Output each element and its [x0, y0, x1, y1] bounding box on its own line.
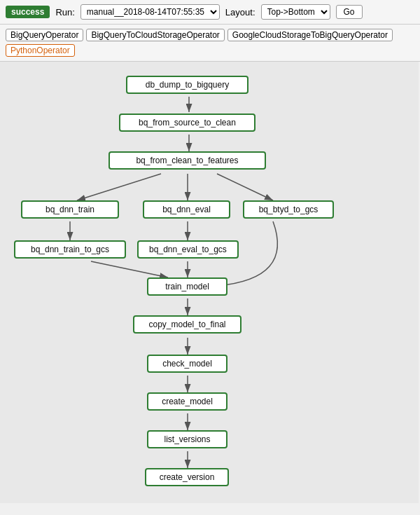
layout-select[interactable]: Top->Bottom: [261, 4, 330, 20]
node-create-model[interactable]: create_model: [147, 392, 227, 411]
filter-tag-googlecloudstoragetobigqueryoperator[interactable]: GoogleCloudStorageToBigQueryOperator: [227, 29, 393, 41]
node-bq-from-clean-to-features[interactable]: bq_from_clean_to_features: [108, 151, 266, 170]
status-badge: success: [6, 6, 50, 18]
filter-tag-bigqueryoperator[interactable]: BigQueryOperator: [6, 29, 83, 41]
dag-canvas: db_dump_to_bigquery bq_from_source_to_cl…: [0, 62, 419, 503]
filter-bar: BigQueryOperatorBigQueryToCloudStorageOp…: [0, 25, 420, 62]
layout-label: Layout:: [225, 7, 255, 18]
svg-line-5: [217, 174, 273, 200]
node-db-dump-to-bigquery[interactable]: db_dump_to_bigquery: [126, 76, 248, 94]
top-bar: success Run: manual__2018-08-14T07:55:35…: [0, 0, 420, 25]
node-list-versions[interactable]: list_versions: [147, 430, 227, 448]
node-copy-model-to-final[interactable]: copy_model_to_final: [133, 315, 241, 334]
svg-line-8: [91, 261, 168, 277]
node-bq-dnn-train-to-gcs[interactable]: bq_dnn_train_to_gcs: [14, 240, 126, 259]
go-button[interactable]: Go: [336, 5, 363, 19]
node-create-version[interactable]: create_version: [145, 468, 229, 486]
node-bq-dnn-eval[interactable]: bq_dnn_eval: [143, 200, 230, 219]
run-label: Run:: [55, 7, 74, 18]
node-bq-dnn-train[interactable]: bq_dnn_train: [21, 200, 119, 219]
filter-tag-bigquerytocloudstorageoperator[interactable]: BigQueryToCloudStorageOperator: [86, 29, 224, 41]
node-bq-dnn-eval-to-gcs[interactable]: bq_dnn_eval_to_gcs: [137, 240, 239, 259]
node-bq-btyd-to-gcs[interactable]: bq_btyd_to_gcs: [243, 200, 334, 219]
node-train-model[interactable]: train_model: [147, 277, 227, 296]
svg-line-3: [77, 174, 161, 200]
node-check-model[interactable]: check_model: [147, 355, 227, 373]
run-select[interactable]: manual__2018-08-14T07:55:35: [80, 4, 220, 20]
filter-tag-pythonoperator[interactable]: PythonOperator: [6, 44, 75, 57]
node-bq-from-source-to-clean[interactable]: bq_from_source_to_clean: [119, 114, 255, 132]
